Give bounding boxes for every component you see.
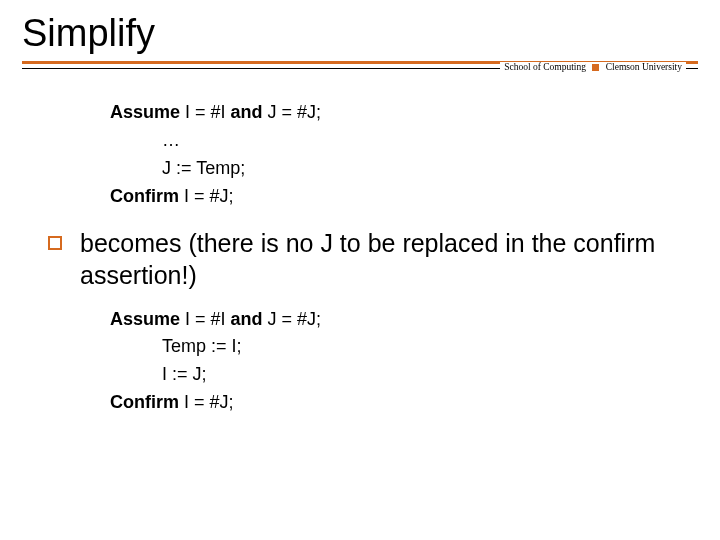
header-affiliation: School of Computing Clemson University — [500, 62, 686, 72]
code-block-1: Assume I = #I and J = #J; … J := Temp; C… — [110, 99, 680, 211]
square-bullet-icon — [48, 236, 62, 250]
bullet-item: becomes (there is no J to be replaced in… — [48, 227, 680, 292]
affiliation-right: Clemson University — [606, 62, 682, 72]
affiliation-left: School of Computing — [504, 62, 586, 72]
assume-keyword: Assume — [110, 102, 180, 122]
assume-expr-a: I = #I — [180, 102, 231, 122]
and-keyword: and — [231, 102, 263, 122]
and-keyword: and — [231, 309, 263, 329]
assume-line: Assume I = #I and J = #J; — [110, 99, 680, 127]
confirm-expr: I = #J; — [179, 392, 234, 412]
confirm-line: Confirm I = #J; — [110, 183, 680, 211]
assume-line: Assume I = #I and J = #J; — [110, 306, 680, 334]
confirm-expr: I = #J; — [179, 186, 234, 206]
assume-expr-b: J = #J; — [263, 102, 322, 122]
confirm-keyword: Confirm — [110, 392, 179, 412]
code-line-temp: Temp := I; — [110, 333, 680, 361]
separator-square-icon — [592, 64, 599, 71]
assume-expr-b: J = #J; — [263, 309, 322, 329]
slide-title: Simplify — [0, 0, 720, 61]
code-line-ellipsis: … — [110, 127, 680, 155]
code-line-i: I := J; — [110, 361, 680, 389]
bullet-text: becomes (there is no J to be replaced in… — [80, 227, 680, 292]
assume-expr-a: I = #I — [180, 309, 231, 329]
confirm-keyword: Confirm — [110, 186, 179, 206]
code-line-j: J := Temp; — [110, 155, 680, 183]
code-block-2: Assume I = #I and J = #J; Temp := I; I :… — [110, 306, 680, 418]
confirm-line: Confirm I = #J; — [110, 389, 680, 417]
assume-keyword: Assume — [110, 309, 180, 329]
